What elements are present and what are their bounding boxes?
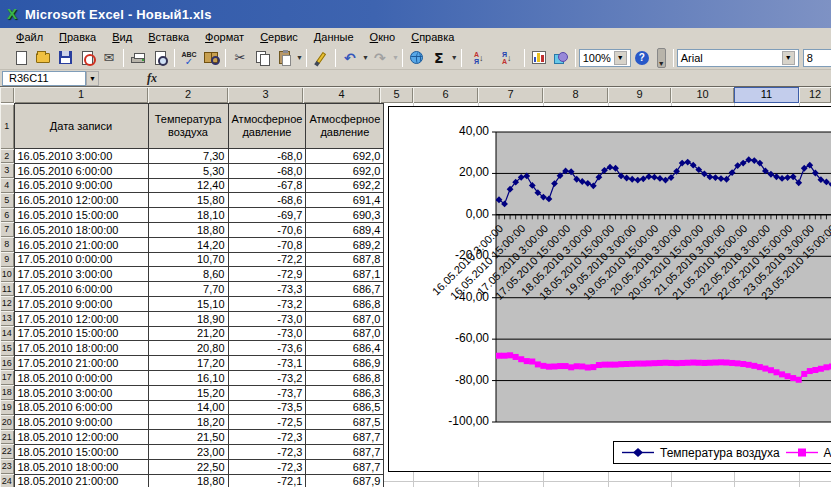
menu-item-5[interactable]: Формат bbox=[197, 29, 252, 45]
column-header-11[interactable]: 11 bbox=[734, 87, 799, 103]
font-size-combo[interactable]: 8 bbox=[803, 49, 831, 67]
cell[interactable]: 7,30 bbox=[148, 149, 228, 164]
name-box-dropdown-arrow[interactable]: ▼ bbox=[86, 71, 99, 86]
cell[interactable]: 687,7 bbox=[306, 459, 384, 474]
cell[interactable]: 8,60 bbox=[148, 267, 228, 282]
table-header-cell[interactable]: Атмосферное давление bbox=[228, 104, 306, 149]
cell[interactable]: -68,0 bbox=[228, 163, 306, 178]
cell[interactable]: 17.05.2010 6:00:00 bbox=[14, 282, 148, 297]
cell[interactable]: 17.05.2010 9:00:00 bbox=[14, 296, 148, 311]
cell[interactable]: 17.05.2010 15:00:00 bbox=[14, 326, 148, 341]
menu-item-6[interactable]: Сервис bbox=[252, 29, 306, 45]
cell[interactable]: 15,20 bbox=[148, 385, 228, 400]
email-button[interactable]: ✉ bbox=[99, 48, 119, 68]
cell[interactable]: 18.05.2010 12:00:00 bbox=[14, 430, 148, 445]
cell[interactable]: 21,50 bbox=[148, 430, 228, 445]
cell[interactable]: 686,4 bbox=[306, 341, 384, 356]
cell[interactable]: -67,8 bbox=[228, 178, 306, 193]
cell[interactable]: 12,40 bbox=[148, 178, 228, 193]
row-header-18[interactable]: 18 bbox=[0, 385, 14, 400]
font-dropdown-arrow[interactable]: ▼ bbox=[782, 51, 795, 65]
cell[interactable]: 14,20 bbox=[148, 237, 228, 252]
new-button[interactable] bbox=[11, 48, 31, 68]
name-box[interactable]: R36C11 bbox=[2, 71, 86, 86]
autosum-dropdown-arrow[interactable]: ▼ bbox=[451, 54, 458, 61]
cell[interactable]: 15,80 bbox=[148, 193, 228, 208]
permission-button[interactable] bbox=[77, 48, 97, 68]
cell[interactable]: -73,7 bbox=[228, 385, 306, 400]
cell[interactable]: -73,5 bbox=[228, 400, 306, 415]
cell[interactable]: 689,2 bbox=[306, 237, 384, 252]
cell[interactable]: -73,3 bbox=[228, 282, 306, 297]
column-header-12[interactable]: 12 bbox=[799, 87, 831, 103]
cell[interactable]: -73,1 bbox=[228, 356, 306, 371]
cell[interactable]: 18.05.2010 3:00:00 bbox=[14, 385, 148, 400]
cell[interactable]: -73,2 bbox=[228, 296, 306, 311]
row-header-10[interactable]: 10 bbox=[0, 267, 14, 282]
menu-item-4[interactable]: Вставка bbox=[140, 29, 197, 45]
row-header-3[interactable]: 3 bbox=[0, 163, 14, 178]
cell[interactable]: 17.05.2010 3:00:00 bbox=[14, 267, 148, 282]
cell[interactable]: -73,2 bbox=[228, 370, 306, 385]
menu-item-8[interactable]: Окно bbox=[362, 29, 404, 45]
cell[interactable]: 18,10 bbox=[148, 208, 228, 223]
help-button[interactable]: ? bbox=[632, 48, 652, 68]
column-header-7[interactable]: 7 bbox=[478, 87, 543, 103]
cell[interactable]: -72,1 bbox=[228, 474, 306, 487]
table-header-cell[interactable]: Дата записи bbox=[14, 104, 148, 149]
cell[interactable]: 7,70 bbox=[148, 282, 228, 297]
cell[interactable]: 691,4 bbox=[306, 193, 384, 208]
redo-dropdown-arrow[interactable]: ▼ bbox=[392, 54, 399, 61]
cell[interactable]: 689,4 bbox=[306, 222, 384, 237]
cell[interactable]: 18,20 bbox=[148, 415, 228, 430]
row-header-5[interactable]: 5 bbox=[0, 193, 14, 208]
cell[interactable]: -73,6 bbox=[228, 341, 306, 356]
cell[interactable]: 687,7 bbox=[306, 444, 384, 459]
cell[interactable]: 18.05.2010 6:00:00 bbox=[14, 400, 148, 415]
cell[interactable]: 15,10 bbox=[148, 296, 228, 311]
cell[interactable]: 16.05.2010 9:00:00 bbox=[14, 178, 148, 193]
cell[interactable]: 18,80 bbox=[148, 222, 228, 237]
column-header-1[interactable]: 1 bbox=[14, 87, 148, 103]
cell[interactable]: 18.05.2010 21:00:00 bbox=[14, 474, 148, 487]
font-name-combo[interactable]: Arial ▼ bbox=[677, 49, 799, 67]
cell[interactable]: 687,9 bbox=[306, 474, 384, 487]
chart-object[interactable]: 40,0020,000,00-20,00-40,00-60,00-80,00-1… bbox=[388, 106, 831, 472]
cell[interactable]: 14,00 bbox=[148, 400, 228, 415]
cell[interactable]: 18,90 bbox=[148, 311, 228, 326]
open-button[interactable] bbox=[33, 48, 53, 68]
cell[interactable]: 686,8 bbox=[306, 296, 384, 311]
cut-button[interactable]: ✂ bbox=[230, 48, 250, 68]
toolbar-options-button[interactable]: ▼ bbox=[657, 48, 666, 68]
cell[interactable]: 17.05.2010 0:00:00 bbox=[14, 252, 148, 267]
cell[interactable]: 686,7 bbox=[306, 282, 384, 297]
cell[interactable]: 21,20 bbox=[148, 326, 228, 341]
drawing-button[interactable] bbox=[551, 48, 571, 68]
menu-item-1[interactable]: Файл bbox=[8, 29, 51, 45]
row-header-6[interactable]: 6 bbox=[0, 208, 14, 223]
row-header-11[interactable]: 11 bbox=[0, 282, 14, 297]
cell[interactable]: 687,5 bbox=[306, 415, 384, 430]
row-header-21[interactable]: 21 bbox=[0, 430, 14, 445]
insert-function-button[interactable]: fx bbox=[147, 71, 157, 86]
cell[interactable]: 18.05.2010 9:00:00 bbox=[14, 415, 148, 430]
cell[interactable]: -70,6 bbox=[228, 222, 306, 237]
zoom-combo[interactable]: 100% ▼ bbox=[579, 49, 631, 67]
cell[interactable]: 16.05.2010 3:00:00 bbox=[14, 149, 148, 164]
row-header-15[interactable]: 15 bbox=[0, 341, 14, 356]
column-header-6[interactable]: 6 bbox=[413, 87, 478, 103]
row-header-24[interactable]: 24 bbox=[0, 474, 14, 487]
cell[interactable]: 16.05.2010 6:00:00 bbox=[14, 163, 148, 178]
menu-item-2[interactable]: Правка bbox=[51, 29, 104, 45]
menu-item-7[interactable]: Данные bbox=[306, 29, 362, 45]
row-header-1[interactable]: 1 bbox=[0, 104, 14, 149]
cell[interactable]: 10,70 bbox=[148, 252, 228, 267]
column-header-2[interactable]: 2 bbox=[148, 87, 228, 103]
cell[interactable]: 16.05.2010 15:00:00 bbox=[14, 208, 148, 223]
cell[interactable]: 17.05.2010 18:00:00 bbox=[14, 341, 148, 356]
cell[interactable]: 687,8 bbox=[306, 252, 384, 267]
cell[interactable]: 687,0 bbox=[306, 326, 384, 341]
cell[interactable]: 692,0 bbox=[306, 149, 384, 164]
row-header-8[interactable]: 8 bbox=[0, 237, 14, 252]
cell[interactable]: 18.05.2010 15:00:00 bbox=[14, 444, 148, 459]
